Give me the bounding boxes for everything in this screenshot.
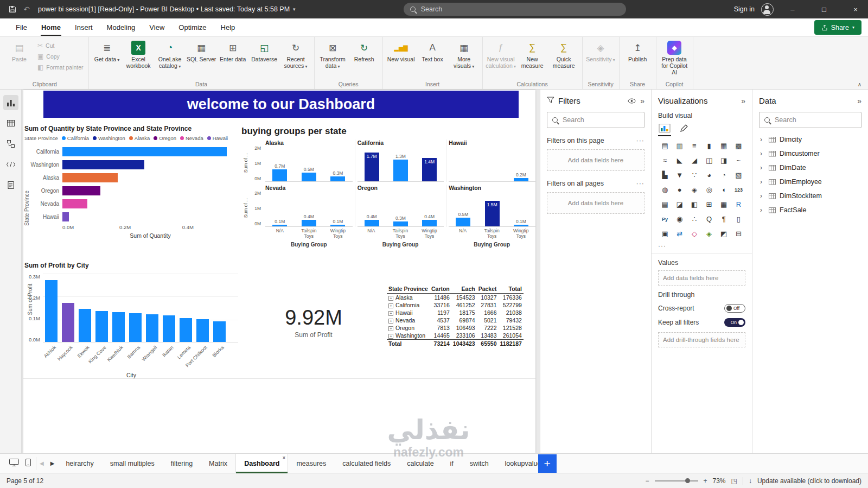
expand-chevron-icon[interactable]: › [760, 192, 765, 200]
page-tab-filtering[interactable]: filtering [163, 454, 201, 473]
legend-item-oregon[interactable]: Oregon [154, 135, 176, 141]
decomposition-tree-icon[interactable]: ∴ [687, 213, 701, 225]
expand-chevron-icon[interactable]: › [760, 150, 765, 157]
treemap-icon[interactable]: ▧ [732, 169, 745, 181]
scatter-chart-icon[interactable]: ∵ [687, 169, 701, 181]
profit-by-city-chart[interactable]: Sum of Profit by City Sum of Profit 0.3M… [24, 262, 238, 378]
page-tab-if[interactable]: if [442, 454, 462, 473]
table-view[interactable] [3, 116, 18, 131]
data-table-dimstockitem[interactable]: ›DimStockItem [759, 189, 861, 202]
desktop-layout-icon[interactable] [9, 458, 20, 468]
account-avatar[interactable] [761, 3, 774, 16]
card-icon[interactable]: 123 [732, 183, 745, 196]
power-apps-icon[interactable]: ▣ [658, 227, 672, 240]
gauge-icon[interactable]: ◖ [717, 183, 731, 196]
small-multiples-chart[interactable]: buying groups per state Sum of ...2M1M0M… [241, 126, 538, 248]
profit-card[interactable]: 9.92M Sum of Profit [267, 306, 360, 339]
share-button[interactable]: Share ▾ [814, 20, 861, 35]
menu-home[interactable]: Home [34, 18, 68, 37]
recent-sources-button[interactable]: ↻Recent sources ▾ [280, 39, 311, 69]
report-view[interactable] [3, 95, 18, 110]
page-tab-measures[interactable]: measures [288, 454, 334, 473]
sql-server-button[interactable]: ▦SQL Server [186, 39, 217, 63]
page-tab-matrix[interactable]: Matrix [201, 454, 235, 473]
refresh-button[interactable]: ↻Refresh [349, 39, 380, 63]
expand-icon[interactable]: + [388, 296, 393, 301]
waterfall-chart-icon[interactable]: ▙ [658, 169, 672, 181]
legend-item-washington[interactable]: Washington [93, 135, 125, 141]
get-more-visuals-icon[interactable]: ··· [658, 242, 745, 250]
legend-item-nevada[interactable]: Nevada [180, 135, 203, 141]
stacked-bar-chart-icon[interactable]: ▤ [658, 140, 672, 152]
quick-measure-button[interactable]: ∑Quick measure [548, 39, 579, 69]
arcgis-map-icon[interactable]: ◈ [702, 227, 716, 240]
stacked-area-chart-icon[interactable]: ◢ [687, 154, 701, 167]
global-search-input[interactable] [420, 5, 620, 14]
zoom-slider-handle[interactable] [685, 478, 690, 483]
quantity-bar-chart[interactable]: Sum of Quantity by State Province and St… [24, 125, 238, 239]
onelake-catalog-button[interactable]: ◔OneLake catalog ▾ [155, 39, 186, 69]
legend-item-hawaii[interactable]: Hawaii [207, 135, 228, 141]
filters-search-box[interactable] [547, 112, 644, 128]
data-search-input[interactable] [774, 116, 856, 124]
get-data-button[interactable]: ≣Get data ▾ [92, 39, 123, 63]
kpi-icon[interactable]: ◪ [673, 198, 686, 211]
data-search-box[interactable] [759, 112, 861, 128]
publish-button[interactable]: ↥Publish [622, 39, 653, 63]
expand-chevron-icon[interactable]: › [760, 136, 765, 143]
minimize-button[interactable]: – [780, 0, 805, 18]
data-table-dimemployee[interactable]: ›DimEmployee [759, 175, 861, 188]
zoom-in-icon[interactable]: + [704, 477, 707, 485]
paginated-report-icon[interactable]: ▯ [732, 213, 745, 225]
expand-chevron-icon[interactable]: › [760, 178, 765, 186]
python-icon[interactable]: Py [658, 213, 672, 225]
transform-data-button[interactable]: ⊠Transform data ▾ [317, 39, 348, 69]
new-visual-calculation-button[interactable]: ƒNew visual calculation ▾ [486, 39, 516, 69]
close-button[interactable]: × [843, 0, 868, 18]
prep-data-for-copilot-ai-button[interactable]: ◆Prep data for Copilot AI [659, 39, 690, 76]
enter-data-button[interactable]: ⊞Enter data [218, 39, 248, 63]
page-tab-lookupvalue[interactable]: lookupvalue [497, 454, 538, 473]
menu-view[interactable]: View [142, 18, 171, 37]
hundred-stacked-column-chart-icon[interactable]: ▩ [732, 140, 745, 152]
filters-page-dropzone[interactable]: Add data fields here [547, 149, 644, 171]
line-and-clustered-column-chart-icon[interactable]: ◨ [717, 154, 731, 167]
model-view[interactable] [3, 136, 18, 151]
funnel-chart-icon[interactable]: ▼ [673, 169, 686, 181]
ribbon-chart-icon[interactable]: ~ [732, 154, 745, 167]
expand-icon[interactable]: + [388, 326, 393, 331]
next-page-icon[interactable]: ▶ [47, 460, 58, 466]
matrix-icon[interactable]: ▦ [717, 198, 731, 211]
report-page[interactable]: welcome to our Dashboard Sum of Quantity… [23, 90, 535, 453]
banner[interactable]: welcome to our Dashboard [43, 91, 519, 118]
shape-map-icon[interactable]: ◈ [687, 183, 701, 196]
filters-all-dropzone[interactable]: Add data fields here [547, 192, 644, 214]
data-table-factsale[interactable]: ›FactSale [759, 203, 861, 217]
page-tab-calculate[interactable]: calculate [399, 454, 442, 473]
maximize-button[interactable]: □ [812, 0, 837, 18]
map-icon[interactable]: ◍ [658, 183, 672, 196]
expand-icon[interactable]: + [388, 303, 393, 308]
new-page-button[interactable]: + [538, 454, 557, 473]
more-options-icon[interactable]: ··· [636, 137, 645, 144]
donut-chart-icon[interactable]: ◔ [717, 169, 731, 181]
dataverse-button[interactable]: ◱Dataverse [249, 39, 280, 63]
undo-icon[interactable]: ↶ [20, 2, 34, 17]
clustered-column-chart-icon[interactable]: ▮ [702, 140, 716, 152]
save-icon[interactable] [5, 2, 20, 17]
table-icon[interactable]: ⊞ [702, 198, 716, 211]
copy-button[interactable]: ▣Copy [35, 53, 86, 60]
pie-chart-icon[interactable]: ◕ [702, 169, 716, 181]
update-available-link[interactable]: Update available (click to download) [757, 477, 861, 485]
mobile-layout-icon[interactable] [25, 458, 31, 468]
paste-button[interactable]: ▤Paste [4, 39, 35, 63]
format-painter-button[interactable]: ◧Format painter [35, 64, 86, 71]
collapse-visualizations-pane-icon[interactable]: » [741, 97, 745, 105]
stacked-column-chart-icon[interactable]: ▥ [673, 140, 686, 152]
slicer-icon[interactable]: ◧ [687, 198, 701, 211]
global-search-box[interactable] [404, 3, 626, 16]
more-visuals-button[interactable]: ▦More visuals ▾ [449, 39, 480, 69]
legend-item-alaska[interactable]: Alaska [129, 135, 150, 141]
values-dropzone[interactable]: Add data fields here [658, 270, 745, 286]
scorecard-icon[interactable]: ◩ [717, 227, 731, 240]
